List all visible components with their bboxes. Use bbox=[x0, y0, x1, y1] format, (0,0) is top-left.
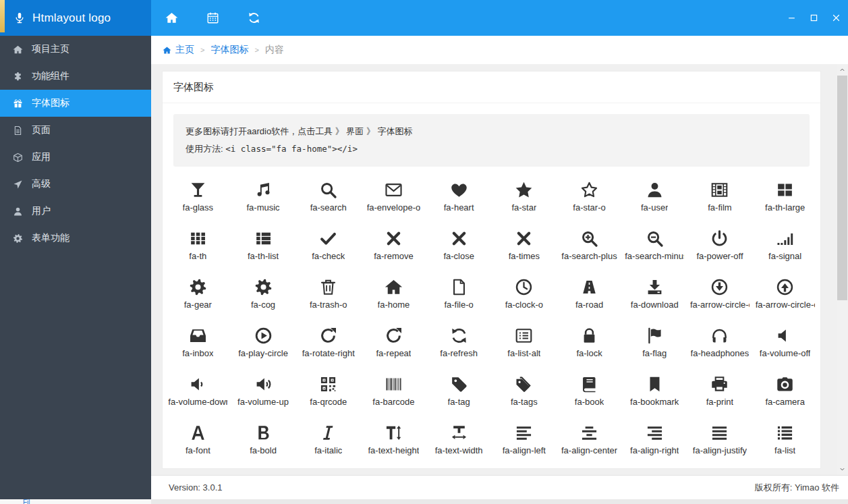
film-icon bbox=[710, 179, 729, 200]
sidebar-menu: 项目主页功能组件字体图标页面应用高级用户表单功能 bbox=[0, 36, 151, 499]
window-minimize-button[interactable] bbox=[783, 10, 799, 26]
icon-grid: fa-glassfa-musicfa-searchfa-envelope-ofa… bbox=[163, 167, 820, 468]
times-icon bbox=[515, 228, 533, 248]
icon-cell-fa-signal: fa-signal bbox=[752, 225, 818, 273]
icon-label: fa-book bbox=[575, 397, 604, 407]
topbar-refresh-button[interactable] bbox=[233, 0, 275, 36]
align-left-icon bbox=[515, 422, 533, 443]
icon-cell-fa-glass: fa-glass bbox=[165, 176, 231, 225]
icon-cell-fa-rotate-right: fa-rotate-right bbox=[295, 322, 361, 370]
icon-cell-fa-text-height: fa-text-height bbox=[361, 419, 426, 468]
icon-label: fa-heart bbox=[444, 202, 474, 213]
icon-cell-fa-bookmark: fa-bookmark bbox=[622, 370, 687, 419]
window-maximize-button[interactable] bbox=[805, 10, 822, 26]
icon-label: fa-times bbox=[509, 251, 540, 261]
refresh-icon bbox=[450, 325, 468, 345]
home-icon bbox=[165, 11, 178, 24]
desktop-bottom-strip: Fil bbox=[0, 499, 848, 504]
breadcrumb-home-link[interactable]: 主页 bbox=[163, 44, 194, 56]
power-off-icon bbox=[710, 228, 729, 248]
search-minus-icon bbox=[646, 228, 664, 248]
icon-cell-fa-inbox: fa-inbox bbox=[165, 322, 231, 370]
vertical-scrollbar[interactable] bbox=[837, 64, 848, 475]
sidebar-item-gear[interactable]: 表单功能 bbox=[0, 225, 151, 252]
icon-label: fa-film bbox=[708, 202, 731, 213]
usage-note: 更多图标请打开aardio软件，点击工具 》 界面 》 字体图标 使用方法: <… bbox=[173, 114, 810, 167]
headphones-icon bbox=[710, 325, 729, 345]
sidebar-item-home[interactable]: 项目主页 bbox=[0, 36, 151, 63]
background-window-fragment bbox=[0, 0, 5, 32]
icon-label: fa-play-circle bbox=[238, 348, 288, 358]
scrollbar-thumb[interactable] bbox=[837, 76, 847, 300]
calendar-icon bbox=[206, 11, 219, 24]
icon-cell-fa-bold: fa-bold bbox=[231, 419, 296, 468]
sidebar-item-send[interactable]: 高级 bbox=[0, 171, 151, 198]
file-text-icon bbox=[13, 125, 23, 136]
icon-label: fa-search bbox=[310, 202, 347, 213]
sidebar-item-cube[interactable]: 应用 bbox=[0, 144, 151, 171]
icon-label: fa-envelope-o bbox=[367, 202, 421, 213]
align-justify-icon bbox=[710, 422, 729, 443]
icon-label: fa-rotate-right bbox=[302, 348, 355, 358]
window-close-button[interactable] bbox=[828, 10, 844, 26]
check-icon bbox=[319, 228, 337, 248]
th-large-icon bbox=[776, 179, 794, 200]
icon-label: fa-headphones bbox=[691, 348, 750, 358]
icon-cell-fa-road: fa-road bbox=[557, 273, 622, 322]
sidebar-item-label: 应用 bbox=[32, 151, 51, 163]
cube-icon bbox=[13, 152, 23, 163]
trash-o-icon bbox=[319, 277, 337, 297]
volume-down-icon bbox=[189, 374, 207, 394]
puzzle-icon bbox=[13, 72, 23, 82]
icon-label: fa-signal bbox=[768, 251, 801, 261]
home-icon bbox=[13, 45, 23, 55]
volume-off-icon bbox=[776, 325, 794, 345]
icon-label: fa-cog bbox=[251, 300, 275, 310]
text-height-icon bbox=[385, 422, 403, 443]
icon-cell-fa-times: fa-times bbox=[491, 225, 557, 273]
tag-icon bbox=[450, 374, 468, 394]
icon-cell-fa-text-width: fa-text-width bbox=[426, 419, 492, 468]
icon-label: fa-volume-down bbox=[168, 397, 227, 407]
user-icon bbox=[646, 179, 664, 200]
print-icon bbox=[710, 374, 729, 394]
maximize-icon bbox=[810, 13, 818, 22]
scroll-down-button[interactable] bbox=[837, 464, 848, 475]
sidebar-item-label: 项目主页 bbox=[32, 43, 69, 55]
heart-icon bbox=[450, 179, 468, 200]
icon-cell-fa-trash-o: fa-trash-o bbox=[295, 273, 361, 322]
tags-icon bbox=[515, 374, 533, 394]
breadcrumb-section-link[interactable]: 字体图标 bbox=[210, 44, 248, 56]
icon-cell-fa-lock: fa-lock bbox=[557, 322, 622, 370]
icon-label: fa-search-plus bbox=[561, 251, 617, 261]
gear-icon bbox=[254, 277, 273, 297]
icon-label: fa-arrow-circle-o-up bbox=[756, 300, 815, 310]
icon-label: fa-close bbox=[443, 251, 474, 261]
icon-cell-fa-volume-down: fa-volume-down bbox=[165, 370, 231, 419]
chevron-down-icon bbox=[839, 466, 845, 472]
sidebar-item-gift[interactable]: 字体图标 bbox=[0, 90, 151, 117]
sidebar-item-label: 页面 bbox=[32, 124, 51, 136]
icon-cell-fa-barcode: fa-barcode bbox=[361, 370, 426, 419]
sidebar-item-file-text[interactable]: 页面 bbox=[0, 117, 151, 144]
microphone-icon bbox=[13, 11, 26, 25]
topbar-calendar-button[interactable] bbox=[192, 0, 233, 36]
topbar-home-button[interactable] bbox=[151, 0, 192, 36]
icon-label: fa-music bbox=[246, 202, 279, 213]
icon-cell-fa-headphones: fa-headphones bbox=[687, 322, 753, 370]
sidebar-item-puzzle[interactable]: 功能组件 bbox=[0, 63, 151, 90]
icon-label: fa-clock-o bbox=[505, 300, 543, 310]
file-o-icon bbox=[450, 277, 468, 297]
icon-label: fa-th-list bbox=[248, 251, 279, 261]
barcode-icon bbox=[385, 374, 403, 394]
star-icon bbox=[515, 179, 533, 200]
scroll-up-button[interactable] bbox=[837, 64, 848, 76]
refresh-icon bbox=[248, 11, 260, 24]
icon-cell-fa-user: fa-user bbox=[622, 176, 687, 225]
icon-label: fa-print bbox=[706, 397, 733, 407]
sidebar-item-user[interactable]: 用户 bbox=[0, 198, 151, 225]
icon-label: fa-gear bbox=[184, 300, 212, 310]
times-icon bbox=[385, 228, 403, 248]
icon-label: fa-home bbox=[378, 300, 410, 310]
icon-cell-fa-th-large: fa-th-large bbox=[752, 176, 818, 225]
